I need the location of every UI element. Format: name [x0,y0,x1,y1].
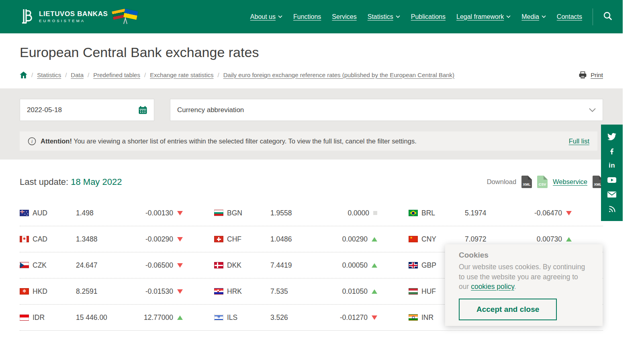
currency-code: INR [421,313,433,322]
flag-icon-br [409,210,418,216]
download-csv-button[interactable]: CSV [537,176,548,188]
up-arrow-icon [372,289,377,294]
rate-value: 3.526 [270,313,322,322]
cookies-policy-link[interactable]: cookies policy [471,283,514,291]
last-update-date: 18 May 2022 [71,177,122,187]
home-icon [20,72,27,78]
download-xml-button[interactable]: XML [521,176,532,188]
rate-entry-idr: IDR15 446.0012.77000 [20,313,214,322]
accept-cookies-button[interactable]: Accept and close [459,299,557,320]
rate-change: 0.00050 [342,261,377,270]
rate-change: 0.00730 [537,235,572,244]
rate-value: 7.0972 [465,235,516,244]
rate-value: 5.1974 [465,209,516,217]
currency-code: CNY [421,235,436,244]
nav-item-contacts[interactable]: Contacts [557,13,582,20]
nav-item-services[interactable]: Services [332,13,356,20]
rate-change: -0.06500 [145,261,183,270]
rate-entry-cad: CAD1.3488-0.00290 [20,235,214,244]
rate-value: 1.498 [76,209,127,217]
main-nav: About usFunctionsServicesStatisticsPubli… [250,13,582,20]
email-icon[interactable] [601,187,623,202]
webservice-link[interactable]: Webservice [553,178,587,186]
full-list-link[interactable]: Full list [569,137,589,145]
flag-icon-bg [214,210,223,216]
flag-icon-dk [214,262,223,268]
chevron-down-icon [396,15,400,18]
facebook-icon[interactable] [601,144,623,158]
currency-code: HKD [33,287,47,296]
currency-code: HUF [421,287,436,296]
print-label: Print [591,72,603,78]
rate-value: 24.647 [76,261,127,270]
rate-row: AUD1.498-0.00130BGN1.95580.0000BRL5.1974… [20,200,603,226]
rss-icon[interactable] [601,202,623,216]
breadcrumb-link[interactable]: Predefined tables [93,72,140,78]
currency-code: CHF [227,235,241,244]
download-toolbar: Download XML CSV Webservice XML [487,176,603,188]
nav-item-statistics[interactable]: Statistics [368,13,400,20]
youtube-icon[interactable] [601,173,623,187]
breadcrumb-link[interactable]: Statistics [37,72,61,78]
nav-item-media[interactable]: Media [521,13,546,20]
flag-icon-cz [20,262,29,268]
currency-code: BGN [227,209,242,217]
rate-value: 1.9558 [270,209,322,217]
flag-icon-in [409,314,418,321]
currency-code: HRK [227,287,242,296]
calendar-icon [139,106,147,114]
nav-divider [593,8,593,25]
last-update: Last update: 18 May 2022 [20,177,122,187]
nav-item-functions[interactable]: Functions [293,13,321,20]
flag-icon-hr [214,288,223,295]
breadcrumb-link[interactable]: Daily euro foreign exchange reference ra… [223,72,454,78]
currency-abbreviation-select[interactable]: Currency abbreviation [170,99,603,121]
breadcrumb-link[interactable]: Exchange rate statistics [150,72,213,78]
currency-code: CZK [33,261,47,270]
rate-change: -0.00290 [145,235,183,244]
up-arrow-icon [177,315,183,320]
flag-icon-ca [20,236,29,242]
search-button[interactable] [600,8,615,25]
currency-code: CAD [33,235,47,244]
last-update-label: Last update: [20,177,71,187]
currency-select-placeholder: Currency abbreviation [177,106,244,114]
rate-change: 0.00290 [342,235,377,244]
nav-item-about-us[interactable]: About us [250,13,282,20]
bank-logo[interactable]: LIETUVOS BANKAS EUROSISTEMA [20,7,138,27]
rate-entry-hkd: HKD8.2591-0.01530 [20,287,214,296]
print-button[interactable]: Print [579,71,603,79]
linkedin-icon[interactable]: in [601,158,623,173]
nav-item-legal-framework[interactable]: Legal framework [456,13,511,20]
cookies-text: Our website uses cookies. By continuing … [459,262,589,292]
date-input[interactable]: 2022-05-18 [20,99,154,121]
rate-entry-bgn: BGN1.95580.0000 [214,209,409,217]
rate-value: 1.3488 [76,235,127,244]
breadcrumb-home[interactable] [20,72,27,78]
up-arrow-icon [372,263,377,268]
breadcrumb-separator: / [218,72,219,78]
currency-code: DKK [227,261,241,270]
filter-section: 2022-05-18 Currency abbreviation [0,88,623,160]
chevron-down-icon [506,15,511,18]
attention-text: Attention! You are viewing a shorter lis… [41,137,417,145]
rate-change: 12.77000 [144,313,183,322]
breadcrumb: /Statistics/Data/Predefined tables/Excha… [20,71,603,79]
lb-monogram-icon [20,7,34,27]
cookies-title: Cookies [459,251,589,260]
breadcrumb-items: /Statistics/Data/Predefined tables/Excha… [27,72,454,78]
svg-text:i: i [31,139,33,143]
rate-value: 8.2591 [76,287,127,296]
twitter-icon[interactable] [601,129,623,144]
breadcrumb-separator: / [65,72,67,78]
rate-entry-hrk: HRK7.5350.01050 [214,287,409,296]
update-row: Last update: 18 May 2022 Download XML CS… [20,176,603,188]
cookies-dialog: Cookies Our website uses cookies. By con… [445,244,603,326]
logo-title: LIETUVOS BANKAS [39,10,108,18]
rate-change: -0.01530 [145,287,183,296]
nav-item-publications[interactable]: Publications [411,13,446,20]
breadcrumb-link[interactable]: Data [71,72,84,78]
currency-code: AUD [33,209,47,217]
rate-value: 1.0486 [270,235,322,244]
rate-entry-cny: CNY7.09720.00730 [409,235,603,244]
